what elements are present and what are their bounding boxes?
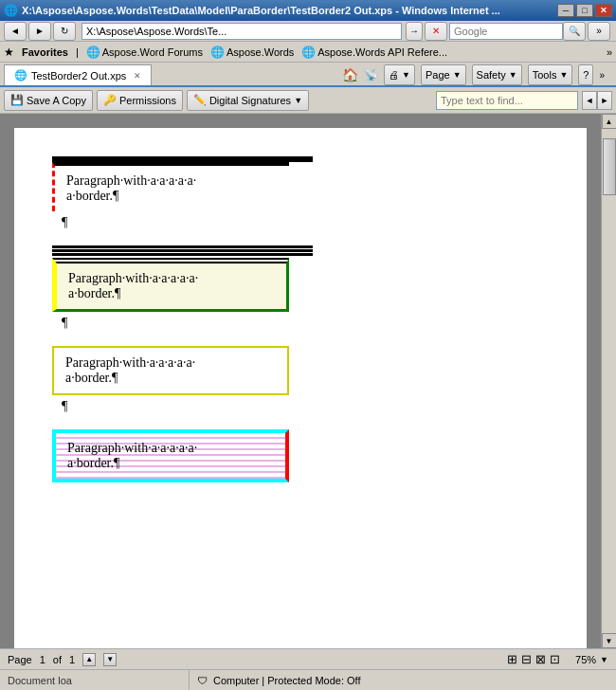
fav-expand[interactable]: »	[607, 46, 612, 58]
fav-item-api[interactable]: 🌐 Aspose.Words API Refere...	[301, 45, 447, 59]
expand-button[interactable]: »	[588, 22, 610, 41]
bottom-status-bar: Document loa 🛡 Computer | Protected Mode…	[0, 669, 616, 690]
page-total: 1	[69, 654, 75, 665]
page-down-button[interactable]: ▼	[103, 653, 117, 666]
paragraph-section-3: Paragraph·with·a·a·a·a·a·a·border.	[52, 346, 549, 414]
separator-1: |	[76, 46, 79, 58]
save-copy-button[interactable]: 💾 Save A Copy	[4, 90, 93, 111]
para-box-4: Paragraph·with·a·a·a·a·a·a·border.	[52, 429, 289, 482]
signature-icon: ✏️	[193, 94, 207, 106]
stop-button[interactable]: ✕	[425, 22, 447, 41]
refresh-button[interactable]: ↻	[53, 22, 76, 41]
document-scroll[interactable]: Paragraph·with·a·a·a·a·a·a·border. Parag…	[0, 114, 601, 648]
para-box-3: Paragraph·with·a·a·a·a·a·a·border.	[52, 346, 289, 395]
find-input[interactable]	[436, 91, 578, 110]
tools-button[interactable]: Tools ▼	[528, 64, 573, 85]
menu-bar: ◄ ► ↻ → ✕ 🔍 »	[0, 21, 616, 42]
api-icon: 🌐	[301, 45, 316, 59]
go-button[interactable]: →	[406, 22, 423, 41]
page-up-button[interactable]: ▲	[82, 653, 96, 666]
back-button[interactable]: ◄	[4, 22, 27, 41]
tab-close-icon[interactable]: ✕	[134, 71, 141, 81]
zoom-dropdown[interactable]: ▼	[600, 655, 608, 664]
security-text: Computer | Protected Mode: Off	[213, 675, 361, 686]
view-icon-1[interactable]: ⊞	[507, 652, 517, 666]
paragraph-section-1: Paragraph·with·a·a·a·a·a·a·border.	[52, 156, 549, 230]
security-icon: 🛡	[197, 675, 208, 686]
page-of-label: of	[53, 654, 62, 665]
forums-icon: 🌐	[86, 45, 100, 59]
search-input[interactable]	[449, 23, 563, 40]
find-prev-button[interactable]: ◄	[582, 91, 597, 110]
title-bar-text: X:\Aspose\Aspose.Words\TestData\Model\Pa…	[22, 5, 557, 16]
title-bar: 🌐 X:\Aspose\Aspose.Words\TestData\Model\…	[0, 0, 616, 21]
fav-item-aspose[interactable]: 🌐 Aspose.Words	[210, 45, 294, 59]
forward-button[interactable]: ►	[28, 22, 51, 41]
restore-button[interactable]: □	[576, 4, 593, 17]
view-icon-2[interactable]: ⊟	[521, 652, 532, 666]
document-page: Paragraph·with·a·a·a·a·a·a·border. Parag…	[14, 128, 587, 648]
home-icon[interactable]: 🏠	[342, 67, 358, 82]
safety-button[interactable]: Safety ▼	[472, 64, 522, 85]
document-toolbar: 💾 Save A Copy 🔑 Permissions ✏️ Digital S…	[0, 87, 616, 114]
dropdown-icon: ▼	[294, 96, 302, 105]
page-label: Page	[8, 654, 32, 665]
tab-bar: 🌐 TestBorder2 Out.xps ✕ 🏠 📡 🖨 ▼ Page ▼ S…	[0, 63, 616, 87]
search-button[interactable]: 🔍	[563, 22, 586, 41]
page-status-bar: Page 1 of 1 ▲ ▼ ⊞ ⊟ ⊠ ⊡ 75% ▼	[0, 648, 616, 669]
para-box-2: Paragraph·with·a·a·a·a·a·a·border.	[52, 258, 289, 312]
page-current: 1	[40, 654, 45, 665]
document-status: Document loa	[8, 675, 72, 686]
expand-tools-icon[interactable]: »	[599, 70, 605, 81]
feed-icon[interactable]: 📡	[364, 68, 378, 82]
favorites-label: Favorites	[22, 46, 68, 58]
active-tab[interactable]: 🌐 TestBorder2 Out.xps ✕	[4, 64, 152, 85]
vertical-scrollbar[interactable]: ▲ ▼	[601, 114, 616, 648]
scroll-down-button[interactable]: ▼	[602, 633, 617, 648]
favorites-bar: ★ Favorites | 🌐 Aspose.Word Forums 🌐 Asp…	[0, 42, 616, 63]
paragraph-section-4: Paragraph·with·a·a·a·a·a·a·border.	[52, 429, 549, 482]
page-button[interactable]: Page ▼	[421, 64, 466, 85]
tab-icon: 🌐	[14, 69, 27, 82]
view-icon-4[interactable]: ⊡	[550, 652, 560, 666]
permissions-icon: 🔑	[103, 94, 117, 106]
minimize-button[interactable]: ─	[557, 4, 574, 17]
view-icon-3[interactable]: ⊠	[535, 652, 546, 666]
document-area: Paragraph·with·a·a·a·a·a·a·border. Parag…	[0, 114, 616, 648]
print-button[interactable]: 🖨 ▼	[384, 64, 415, 85]
scroll-track	[602, 129, 616, 633]
aspose-icon: 🌐	[210, 45, 225, 59]
scroll-thumb[interactable]	[603, 138, 616, 195]
zoom-level: 75%	[575, 654, 596, 665]
digital-signatures-button[interactable]: ✏️ Digital Signatures ▼	[187, 90, 309, 111]
address-bar[interactable]	[82, 23, 402, 40]
save-icon: 💾	[10, 94, 24, 106]
scroll-up-button[interactable]: ▲	[602, 114, 617, 129]
permissions-button[interactable]: 🔑 Permissions	[97, 90, 183, 111]
help-button[interactable]: ?	[578, 64, 593, 85]
close-button[interactable]: ✕	[595, 4, 612, 17]
paragraph-section-2: Paragraph·with·a·a·a·a·a·a·border.	[52, 245, 549, 331]
fav-item-forums[interactable]: 🌐 Aspose.Word Forums	[86, 45, 203, 59]
tab-label: TestBorder2 Out.xps	[31, 70, 126, 82]
find-next-button[interactable]: ►	[597, 91, 612, 110]
para-box-1: Paragraph·with·a·a·a·a·a·a·border.	[52, 162, 289, 211]
